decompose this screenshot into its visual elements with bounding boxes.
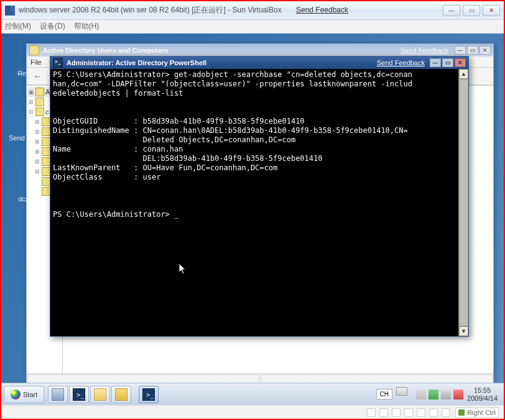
ql-explorer[interactable] (90, 386, 110, 403)
windows-orb-icon (11, 390, 21, 399)
aduc-menu-file[interactable]: File (30, 58, 42, 66)
ql-powershell[interactable] (69, 386, 89, 403)
vbox-net-icon[interactable] (392, 408, 401, 417)
guest-desktop: Rec Send F dcp Active Directory Users an… (1, 34, 504, 405)
aduc-maximize-button[interactable]: ▭ (467, 46, 478, 55)
host-window-buttons: — ▭ ✕ (443, 5, 500, 16)
server-icon (52, 388, 64, 401)
powershell-title: Administrator: Active Directory PowerShe… (67, 59, 206, 66)
vbox-display-icon[interactable] (429, 408, 438, 417)
aduc-send-feedback-link[interactable]: Send Feedback (401, 47, 448, 54)
ql-server-manager[interactable] (48, 386, 68, 403)
tray-network-icon[interactable] (429, 390, 438, 399)
ql-folder[interactable] (111, 386, 131, 403)
host-title-text: windows server 2008 R2 64bit (win ser 08… (19, 6, 282, 14)
powershell-titlebar[interactable]: Administrator: Active Directory PowerShe… (50, 57, 468, 69)
mouse-cursor-icon (179, 263, 187, 275)
clock-date: 2009/4/14 (467, 395, 498, 403)
host-title: windows server 2008 R2 64bit (win ser 08… (19, 5, 443, 16)
tray-flag-icon[interactable] (416, 390, 426, 399)
host-close-button[interactable]: ✕ (483, 5, 500, 16)
host-menu-devices[interactable]: 设备(D) (40, 21, 65, 32)
tray-shield-icon[interactable] (453, 390, 463, 399)
aduc-close-button[interactable]: ✕ (480, 46, 491, 55)
taskbar-clock[interactable]: 15:55 2009/4/14 (467, 386, 498, 403)
vbox-shared-icon[interactable] (417, 408, 425, 417)
aduc-window-buttons: — ▭ ✕ (455, 46, 491, 55)
clock-time: 15:55 (467, 386, 498, 395)
vbox-mouse-icon[interactable] (442, 408, 450, 417)
aduc-back-button[interactable] (30, 70, 44, 83)
aduc-minimize-button[interactable]: — (455, 46, 466, 55)
aduc-icon (29, 45, 39, 55)
keyboard-icon (396, 387, 407, 396)
host-menu-control[interactable]: 控制(M) (5, 21, 31, 32)
powershell-maximize-button[interactable]: ▭ (442, 58, 453, 67)
host-capture-key[interactable]: Right Ctrl (455, 408, 499, 418)
explorer-icon (94, 388, 106, 401)
powershell-close-button[interactable]: ✕ (455, 58, 466, 67)
scroll-track[interactable] (459, 79, 468, 326)
powershell-ql-icon (73, 388, 85, 401)
arrow-down-icon (458, 409, 465, 416)
powershell-minimize-button[interactable]: — (430, 58, 441, 67)
aduc-titlebar[interactable]: Active Directory Users and Computers Sen… (27, 44, 493, 57)
aduc-title: Active Directory Users and Computers (43, 47, 169, 54)
vbox-cd-icon[interactable] (379, 408, 388, 417)
scroll-thumb[interactable] (459, 79, 468, 326)
tray-keyboard[interactable] (396, 387, 412, 402)
powershell-scrollbar[interactable]: ▲ ▼ (458, 69, 468, 336)
powershell-send-feedback-link[interactable]: Send Feedback (377, 59, 425, 66)
host-status-icons (367, 408, 450, 417)
guest-taskbar: Start CH 15:55 2009/4/14 (1, 383, 504, 405)
virtualbox-icon (5, 6, 15, 16)
scroll-up-button[interactable]: ▲ (459, 69, 468, 79)
tray-sound-icon[interactable] (441, 390, 451, 399)
powershell-terminal[interactable]: PS C:\Users\Administrator> get-adobject … (50, 69, 458, 336)
quick-launch (48, 386, 159, 403)
start-label: Start (23, 391, 37, 398)
host-statusbar: Right Ctrl (1, 405, 504, 419)
host-menubar: 控制(M) 设备(D) 帮助(H) (1, 20, 504, 34)
folder-icon (115, 388, 127, 401)
tray-icons (416, 390, 463, 399)
vbox-usb-icon[interactable] (404, 408, 413, 417)
system-tray: CH 15:55 2009/4/14 (376, 386, 501, 403)
start-button[interactable]: Start (4, 386, 44, 403)
powershell-window: Administrator: Active Directory PowerShe… (50, 56, 469, 337)
host-menu-help[interactable]: 帮助(H) (74, 21, 100, 32)
host-send-feedback-link[interactable]: Send Feedback (296, 6, 348, 14)
vbox-hd-icon[interactable] (367, 408, 376, 417)
powershell-task-icon (142, 388, 155, 401)
scroll-down-button[interactable]: ▼ (459, 326, 468, 336)
host-titlebar: windows server 2008 R2 64bit (win ser 08… (1, 1, 504, 20)
powershell-window-buttons: — ▭ ✕ (430, 58, 466, 67)
language-indicator[interactable]: CH (376, 389, 392, 399)
host-maximize-button[interactable]: ▭ (463, 5, 480, 16)
powershell-icon (53, 58, 63, 68)
host-capture-label: Right Ctrl (467, 409, 496, 416)
taskbar-active-powershell[interactable] (139, 386, 159, 403)
host-minimize-button[interactable]: — (443, 5, 460, 16)
